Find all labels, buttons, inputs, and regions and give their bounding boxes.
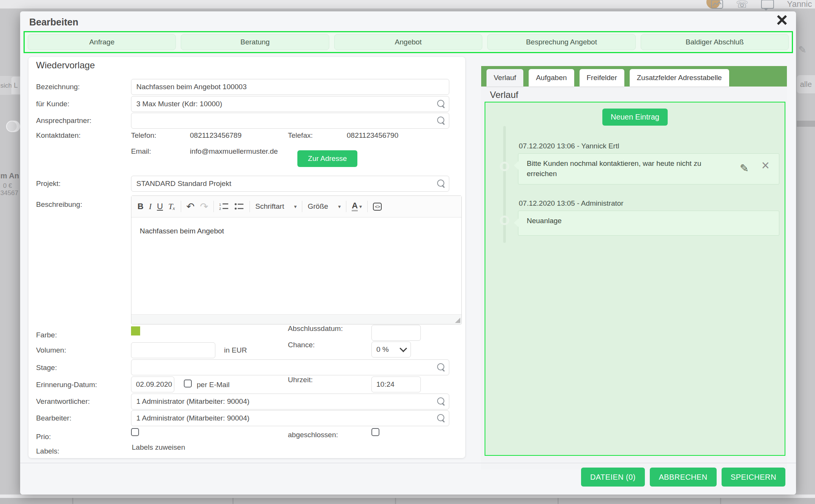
per-email-checkbox[interactable] bbox=[184, 380, 192, 387]
telefon-label: Telefon: bbox=[131, 131, 156, 140]
background-bold-fragment: m An bbox=[0, 172, 19, 180]
topbar-icon-group: ☏ Yannic bbox=[711, 0, 812, 9]
search-icon[interactable] bbox=[437, 100, 444, 107]
kunde-input[interactable]: 3 Max Muster (Kdr: 10000) bbox=[131, 96, 449, 112]
size-dropdown[interactable]: Größe▾ bbox=[308, 202, 341, 211]
stage-chip-anfrage[interactable]: Anfrage bbox=[28, 34, 176, 50]
numbered-list-icon[interactable]: 12 bbox=[219, 202, 229, 211]
verlauf-entry: Neuanlage bbox=[518, 211, 779, 236]
stage-chip-angebot[interactable]: Angebot bbox=[334, 34, 482, 50]
background-money-fragment: 0 € bbox=[3, 182, 12, 190]
stage-label: Stage: bbox=[36, 364, 57, 372]
labels-zuweisen-link[interactable]: Labels zuweisen bbox=[132, 443, 185, 452]
erinnerung-date-input[interactable]: 02.09.2020 bbox=[131, 376, 174, 392]
search-icon[interactable] bbox=[437, 397, 444, 405]
bullet-list-icon[interactable] bbox=[234, 202, 244, 211]
toolbar-divider bbox=[346, 201, 346, 212]
bezeichnung-input[interactable]: Nachfassen beim Angebot 100003 bbox=[131, 79, 449, 95]
email-label: Email: bbox=[131, 147, 151, 156]
delete-x-icon[interactable]: × bbox=[761, 158, 769, 173]
kunde-label: für Kunde: bbox=[36, 100, 69, 108]
background-pencil-icon: ✎ bbox=[798, 44, 807, 56]
dateien-button[interactable]: DATEIEN (0) bbox=[581, 468, 645, 487]
bezeichnung-label: Bezeichnung: bbox=[36, 83, 80, 91]
background-filter-fragment: alle bbox=[797, 75, 815, 93]
tab-freifelder[interactable]: Freifelder bbox=[580, 69, 624, 87]
zur-adresse-button[interactable]: Zur Adresse bbox=[297, 150, 357, 167]
italic-icon[interactable]: I bbox=[149, 202, 152, 211]
phone-icon: ☏ bbox=[736, 0, 749, 9]
entry-heading: 07.12.2020 13:06 - Yannick Ertl bbox=[519, 142, 619, 150]
text-color-dropdown[interactable]: A▾ bbox=[352, 202, 362, 211]
background-topbar: ☏ Yannic bbox=[0, 0, 815, 9]
timeline-line bbox=[503, 126, 506, 243]
resize-handle-icon[interactable] bbox=[455, 318, 460, 323]
screen: ☏ Yannic sicht L m An 0 € 34567 ✎ alle B… bbox=[0, 0, 815, 504]
tab-verlauf[interactable]: Verlauf bbox=[486, 69, 523, 87]
beschreibung-text: Nachfassen beim Angebot bbox=[140, 227, 224, 235]
telefax-value: 0821123456790 bbox=[347, 131, 398, 140]
editor-content[interactable]: Nachfassen beim Angebot bbox=[131, 217, 461, 315]
verantwortlicher-input[interactable]: 1 Administrator (Mitarbeiter: 90004) bbox=[131, 394, 449, 410]
kontaktdaten-label: Kontaktdaten: bbox=[36, 131, 81, 140]
tab-zusatzfelder-adresstabelle[interactable]: Zusatzfelder Adresstabelle bbox=[630, 69, 729, 87]
search-icon[interactable] bbox=[437, 414, 444, 421]
timeline-node bbox=[500, 216, 509, 225]
abbrechen-button[interactable]: ABBRECHEN bbox=[650, 468, 717, 487]
farbe-label: Farbe: bbox=[36, 331, 57, 339]
tab-aufgaben[interactable]: Aufgaben bbox=[529, 69, 574, 87]
source-code-icon[interactable]: <> bbox=[373, 203, 382, 211]
edit-pencil-icon[interactable]: ✎ bbox=[740, 162, 749, 175]
form-heading: Wiedervorlage bbox=[36, 60, 95, 71]
chance-label: Chance: bbox=[288, 341, 315, 349]
erinnerung-date-value: 02.09.2020 bbox=[136, 380, 172, 389]
neuen-eintrag-button[interactable]: Neuen Eintrag bbox=[602, 109, 668, 126]
close-icon[interactable]: × bbox=[776, 10, 788, 30]
remove-format-icon[interactable]: Tₓ bbox=[168, 202, 175, 211]
bearbeiter-label: Bearbeiter: bbox=[36, 414, 71, 422]
search-icon[interactable] bbox=[437, 117, 444, 124]
prio-checkbox[interactable] bbox=[131, 428, 139, 436]
projekt-label: Projekt: bbox=[36, 180, 60, 188]
chat-bubble-icon bbox=[761, 0, 774, 9]
editor-toolbar: B I U Tₓ ↶ ↷ 12 Schriftart▾ bbox=[131, 196, 461, 217]
wiedervorlage-form: Wiedervorlage Bezeichnung: Nachfassen be… bbox=[28, 57, 465, 458]
abgeschlossen-checkbox[interactable] bbox=[371, 428, 379, 436]
uhrzeit-label: Uhrzeit: bbox=[288, 376, 313, 384]
abschlussdatum-input[interactable] bbox=[371, 325, 421, 341]
background-scroll-fragment bbox=[797, 121, 815, 127]
stage-chip-baldiger-abschluss[interactable]: Baldiger Abschluß bbox=[641, 34, 789, 50]
uhrzeit-value: 10:24 bbox=[376, 380, 395, 389]
footer-buttons: DATEIEN (0) ABBRECHEN SPEICHERN bbox=[581, 468, 785, 487]
abgeschlossen-label: abgeschlossen: bbox=[288, 431, 338, 439]
ansprechpartner-input[interactable] bbox=[131, 113, 449, 129]
uhrzeit-input[interactable]: 10:24 bbox=[371, 376, 421, 392]
background-toggle-fragment bbox=[6, 121, 20, 132]
speichern-button[interactable]: SPEICHERN bbox=[722, 468, 785, 487]
undo-icon[interactable]: ↶ bbox=[186, 201, 195, 213]
color-swatch[interactable] bbox=[131, 326, 140, 335]
toolbar-divider bbox=[302, 201, 302, 212]
stage-input[interactable] bbox=[131, 359, 449, 375]
underline-icon[interactable]: U bbox=[157, 202, 163, 211]
search-icon[interactable] bbox=[437, 363, 444, 370]
verlauf-heading: Verlauf bbox=[490, 90, 518, 100]
bold-icon[interactable]: B bbox=[137, 202, 144, 211]
projekt-value: STANDARD Standard Projekt bbox=[136, 180, 231, 188]
background-column-divider bbox=[558, 498, 559, 504]
svg-text:2: 2 bbox=[219, 207, 221, 211]
chart-image-icon bbox=[711, 0, 723, 9]
bearbeiter-input[interactable]: 1 Administrator (Mitarbeiter: 90004) bbox=[131, 410, 449, 426]
stage-chip-besprechung-angebot[interactable]: Besprechung Angebot bbox=[487, 34, 635, 50]
background-column-divider bbox=[720, 498, 721, 504]
abschlussdatum-label: Abschlussdatum: bbox=[288, 324, 343, 333]
stage-chip-beratung[interactable]: Beratung bbox=[181, 34, 329, 50]
projekt-input[interactable]: STANDARD Standard Projekt bbox=[131, 176, 449, 192]
font-dropdown[interactable]: Schriftart▾ bbox=[255, 202, 297, 211]
search-icon[interactable] bbox=[437, 180, 444, 187]
volumen-input[interactable] bbox=[131, 342, 215, 358]
background-number-fragment: 34567 bbox=[0, 189, 18, 197]
chance-select[interactable]: 0 % bbox=[371, 342, 411, 358]
volumen-label: Volumen: bbox=[36, 346, 66, 354]
redo-icon[interactable]: ↷ bbox=[200, 201, 208, 213]
